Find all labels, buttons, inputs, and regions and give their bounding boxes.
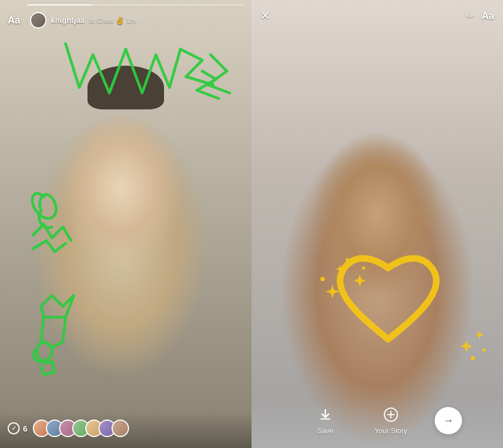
story-meta: to Crew ✌️ 1m [89,16,136,25]
right-header-actions: ✏ Aa [466,10,494,22]
left-story-bottom: ✓ 6 [0,412,252,448]
seen-count-container[interactable]: ✓ 6 [8,422,27,434]
story-username: knightjaa [51,16,84,25]
story-progress-bar [27,4,244,5]
left-story-photo [0,0,252,448]
next-button[interactable]: → [435,407,462,434]
right-story-header: ✕ ✏ Aa [252,0,503,27]
left-story-header: Aa knightjaa to Crew ✌️ 1m [0,0,252,35]
right-story-photo [252,0,503,448]
story-viewers-list[interactable] [33,420,129,437]
save-label: Save [317,427,334,435]
checkmark: ✓ [11,425,16,432]
save-action-button[interactable]: Save [293,406,358,435]
right-font-button[interactable]: Aa [482,10,494,22]
left-font-button[interactable]: Aa [8,15,20,26]
story-user-avatar[interactable] [30,12,46,28]
your-story-label: Your Story [375,427,407,435]
story-progress-fill [27,4,92,5]
viewer-avatar-7 [112,420,129,437]
next-arrow-icon: → [443,414,454,427]
right-story-bottom: Save Your Story → [252,398,503,448]
pencil-draw-icon[interactable]: ✏ [466,10,474,22]
your-story-action-button[interactable]: Your Story [358,406,424,435]
seen-checkmark-icon: ✓ [8,422,20,434]
right-story-panel: ✕ ✏ Aa Save Your Story [252,0,503,448]
seen-count-number: 6 [23,424,27,433]
close-button[interactable]: ✕ [260,9,270,23]
left-story-panel: Aa knightjaa to Crew ✌️ 1m ✓ 6 [0,0,252,448]
save-icon [317,406,334,423]
add-story-icon [382,406,400,423]
